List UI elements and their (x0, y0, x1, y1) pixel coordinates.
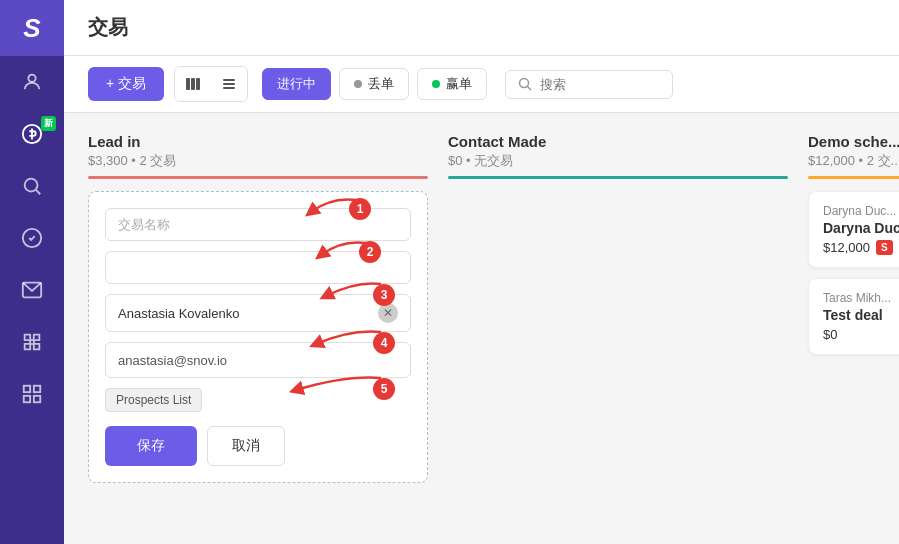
kanban-board: Lead in $3,300 • 2 交易 1 (64, 113, 899, 544)
deal-card-taras[interactable]: Taras Mikh... Test deal $0 (808, 278, 899, 355)
column-lead-in: Lead in $3,300 • 2 交易 1 (88, 133, 428, 524)
sidebar-item-apps[interactable] (0, 368, 64, 420)
annotation-2: 2 (359, 241, 381, 263)
annotation-5: 5 (373, 378, 395, 400)
form-actions: 保存 取消 (105, 426, 411, 466)
column-demo-scheduled: Demo sche... $12,000 • 2 交... Daryna Duc… (808, 133, 899, 524)
svg-rect-8 (24, 396, 30, 402)
svg-rect-6 (24, 386, 30, 392)
column-demo-scheduled-title: Demo sche... (808, 133, 899, 150)
grid-icon (21, 383, 43, 405)
kanban-view-button[interactable] (175, 67, 211, 101)
card-deal-1: Daryna Duc... (823, 220, 899, 236)
won-dot (432, 80, 440, 88)
svg-rect-13 (223, 79, 235, 81)
column-contact-made-meta: $0 • 无交易 (448, 152, 788, 170)
card-deal-2: Test deal (823, 307, 899, 323)
sidebar: S 新 (0, 0, 64, 544)
mail-icon (21, 279, 43, 301)
view-toggle-group (174, 66, 248, 102)
column-contact-made-title: Contact Made (448, 133, 788, 150)
page-header: 交易 (64, 0, 899, 56)
card-amount-value-2: $0 (823, 327, 837, 342)
filter-won[interactable]: 赢单 (417, 68, 487, 100)
column-demo-scheduled-bar (808, 176, 899, 179)
search-input[interactable] (540, 77, 660, 92)
annotation-3: 3 (373, 284, 395, 306)
search-box-icon (518, 77, 532, 91)
svg-point-16 (520, 79, 529, 88)
card-person-1: Daryna Duc... (823, 204, 899, 218)
add-deal-button[interactable]: + 交易 (88, 67, 164, 101)
cancel-button[interactable]: 取消 (207, 426, 285, 466)
search-sidebar-icon (21, 175, 43, 197)
svg-rect-7 (34, 386, 40, 392)
card-amount-value-1: $12,000 (823, 240, 870, 255)
logo-text: S (23, 13, 40, 44)
search-box[interactable] (505, 70, 673, 99)
column-contact-made: Contact Made $0 • 无交易 (448, 133, 788, 524)
svg-rect-11 (191, 78, 195, 90)
svg-point-0 (28, 75, 35, 82)
svg-rect-12 (196, 78, 200, 90)
sidebar-item-deals[interactable]: 新 (0, 108, 64, 160)
annotation-4: 4 (373, 332, 395, 354)
save-button[interactable]: 保存 (105, 426, 197, 466)
contact-name-text: Anastasia Kovalenko (118, 306, 239, 321)
dollar-icon (21, 123, 43, 145)
column-lead-in-title: Lead in (88, 133, 428, 150)
svg-point-2 (25, 179, 38, 192)
remove-contact-button[interactable]: ✕ (378, 303, 398, 323)
page-title: 交易 (88, 14, 128, 41)
check-circle-icon (21, 227, 43, 249)
column-demo-scheduled-header: Demo sche... $12,000 • 2 交... (808, 133, 899, 170)
puzzle-icon (21, 331, 43, 353)
add-deal-form: 1 $0 2 (88, 191, 428, 483)
email-text: anastasia@snov.io (118, 353, 227, 368)
main-area: 交易 + 交易 进行中 (64, 0, 899, 544)
sidebar-logo[interactable]: S (0, 0, 64, 56)
card-amount-2: $0 (823, 327, 899, 342)
sidebar-item-plugins[interactable] (0, 316, 64, 368)
sidebar-item-user[interactable] (0, 56, 64, 108)
svg-line-3 (36, 190, 40, 194)
sidebar-item-tasks[interactable] (0, 212, 64, 264)
column-contact-made-header: Contact Made $0 • 无交易 (448, 133, 788, 170)
sidebar-item-mail[interactable] (0, 264, 64, 316)
svg-line-17 (528, 87, 532, 91)
source-badge[interactable]: Prospects List (105, 388, 202, 412)
deal-card-daryna[interactable]: Daryna Duc... Daryna Duc... $12,000 S (808, 191, 899, 268)
new-badge: 新 (41, 116, 56, 131)
filter-lost-label: 丢单 (368, 75, 394, 93)
filter-lost[interactable]: 丢单 (339, 68, 409, 100)
annotation-5-arrow (286, 370, 386, 400)
filter-won-label: 赢单 (446, 75, 472, 93)
column-lead-in-meta: $3,300 • 2 交易 (88, 152, 428, 170)
svg-rect-10 (186, 78, 190, 90)
list-view-button[interactable] (211, 67, 247, 101)
sidebar-item-search[interactable] (0, 160, 64, 212)
column-lead-in-bar (88, 176, 428, 179)
card-person-2: Taras Mikh... (823, 291, 899, 305)
filter-in-progress[interactable]: 进行中 (262, 68, 331, 100)
column-lead-in-header: Lead in $3,300 • 2 交易 (88, 133, 428, 170)
source-row-wrapper: Prospects List 5 (105, 388, 411, 412)
annotation-1: 1 (349, 198, 371, 220)
column-demo-scheduled-meta: $12,000 • 2 交... (808, 152, 899, 170)
card-badge-1: S (876, 240, 893, 255)
svg-rect-9 (34, 396, 40, 402)
filter-in-progress-label: 进行中 (277, 75, 316, 93)
person-icon (21, 71, 43, 93)
lost-dot (354, 80, 362, 88)
list-view-icon (221, 76, 237, 92)
column-contact-made-bar (448, 176, 788, 179)
toolbar: + 交易 进行中 (64, 56, 899, 113)
svg-rect-15 (223, 87, 235, 89)
svg-rect-14 (223, 83, 235, 85)
card-amount-1: $12,000 S (823, 240, 899, 255)
kanban-view-icon (185, 76, 201, 92)
filter-group: 进行中 丢单 赢单 (262, 68, 487, 100)
